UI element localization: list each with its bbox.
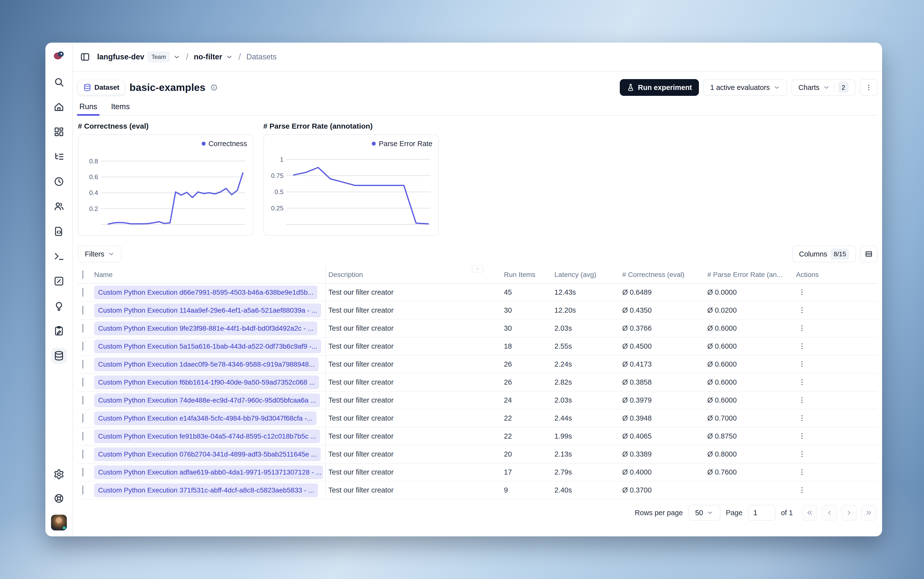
rows-per-page-select[interactable]: 50 — [688, 505, 720, 521]
user-avatar[interactable] — [51, 515, 67, 530]
sidebar-item-prompts[interactable] — [51, 224, 67, 239]
charts-button[interactable]: Charts 2 — [791, 79, 855, 96]
sidebar-item-sessions[interactable] — [51, 174, 67, 190]
sidebar-item-support[interactable] — [51, 491, 67, 506]
org-switcher-chevron-icon[interactable] — [173, 53, 180, 61]
run-name-link[interactable]: Custom Python Execution 076b2704-341d-48… — [94, 447, 321, 461]
run-name-link[interactable]: Custom Python Execution 1daec0f9-5e78-43… — [94, 358, 318, 371]
run-name-link[interactable]: Custom Python Execution e14fa348-5cfc-49… — [94, 411, 316, 425]
sidebar-item-tracing[interactable] — [51, 149, 67, 165]
table-row[interactable]: Custom Python Execution fe91b83e-04a5-47… — [78, 427, 878, 445]
evaluators-button[interactable]: 1 active evaluators — [703, 79, 787, 96]
more-actions-button[interactable] — [860, 79, 878, 96]
run-description: Test our filter creator — [326, 342, 501, 350]
tab-runs[interactable]: Runs — [78, 100, 98, 115]
breadcrumb-section[interactable]: Datasets — [246, 52, 276, 61]
run-name-link[interactable]: Custom Python Execution 9fe23f98-881e-44… — [94, 322, 317, 335]
table-row[interactable]: Custom Python Execution 1daec0f9-5e78-43… — [78, 355, 878, 373]
sidebar-item-evaluation[interactable] — [51, 273, 67, 289]
row-actions-button[interactable] — [796, 412, 808, 424]
sidebar-item-datasets[interactable] — [51, 348, 67, 364]
column-header-run-items[interactable]: Run Items — [501, 271, 552, 279]
correctness-value: Ø 0.6489 — [620, 288, 705, 296]
sidebar-item-dashboards[interactable] — [51, 124, 67, 140]
table-row[interactable]: Custom Python Execution 076b2704-341d-48… — [78, 445, 878, 463]
correctness-value: Ø 0.3389 — [620, 450, 705, 458]
column-header-parse-error[interactable]: # Parse Error Rate (an... — [705, 271, 794, 279]
table-row[interactable]: Custom Python Execution f6bb1614-1f90-40… — [78, 373, 878, 391]
row-checkbox[interactable] — [82, 324, 84, 333]
run-name-link[interactable]: Custom Python Execution 74de488e-ec9d-47… — [94, 394, 320, 407]
run-name-link[interactable]: Custom Python Execution 5a15a616-1bab-44… — [94, 340, 321, 353]
sidebar-item-annotation[interactable] — [51, 323, 67, 339]
run-name-link[interactable]: Custom Python Execution f6bb1614-1f90-40… — [94, 376, 319, 389]
tab-items[interactable]: Items — [110, 100, 131, 115]
run-experiment-button[interactable]: Run experiment — [620, 79, 699, 96]
filters-button[interactable]: Filters — [78, 245, 121, 262]
row-actions-button[interactable] — [796, 448, 808, 460]
sidebar-item-users[interactable] — [51, 199, 67, 214]
sidebar-item-search[interactable] — [51, 74, 67, 90]
first-page-button[interactable] — [802, 505, 818, 521]
table-row[interactable]: Custom Python Execution 114aa9ef-29e6-4e… — [78, 302, 878, 319]
run-name-link[interactable]: Custom Python Execution 114aa9ef-29e6-4e… — [94, 304, 321, 317]
columns-button[interactable]: Columns 8/15 — [792, 245, 856, 262]
sidebar-item-settings[interactable] — [51, 466, 67, 482]
breadcrumb-org[interactable]: langfuse-dev — [97, 52, 144, 61]
row-checkbox[interactable] — [82, 468, 84, 476]
row-checkbox[interactable] — [82, 450, 84, 458]
run-name-link[interactable]: Custom Python Execution d66e7991-8595-45… — [94, 286, 317, 299]
column-header-name[interactable]: Name — [92, 267, 326, 283]
row-actions-button[interactable] — [796, 430, 808, 442]
run-name-link[interactable]: Custom Python Execution adfae619-abb0-4d… — [94, 465, 323, 479]
next-page-button[interactable] — [841, 505, 857, 521]
rows-icon — [865, 250, 873, 258]
row-actions-button[interactable] — [796, 484, 808, 496]
resize-handle[interactable] — [472, 265, 483, 273]
table-row[interactable]: Custom Python Execution 74de488e-ec9d-47… — [78, 391, 878, 409]
table-row[interactable]: Custom Python Execution e14fa348-5cfc-49… — [78, 409, 878, 427]
row-actions-button[interactable] — [796, 376, 808, 388]
select-all-checkbox[interactable] — [82, 270, 84, 279]
prev-page-button[interactable] — [821, 505, 837, 521]
row-actions-button[interactable] — [796, 466, 808, 478]
column-header-latency[interactable]: Latency (avg) — [552, 271, 620, 279]
row-checkbox[interactable] — [82, 414, 84, 422]
sidebar-item-playground[interactable] — [51, 249, 67, 264]
row-checkbox[interactable] — [82, 360, 84, 369]
sidebar-item-insights[interactable] — [51, 298, 67, 314]
sidebar-nav — [51, 74, 67, 364]
row-checkbox[interactable] — [82, 288, 84, 297]
table-row[interactable]: Custom Python Execution 371f531c-abff-4d… — [78, 481, 878, 499]
row-checkbox[interactable] — [82, 432, 84, 440]
run-name-link[interactable]: Custom Python Execution 371f531c-abff-4d… — [94, 483, 318, 497]
parse-error-value: Ø 0.0000 — [705, 288, 794, 296]
column-header-correctness[interactable]: # Correctness (eval) — [620, 271, 705, 279]
last-page-button[interactable] — [861, 505, 876, 521]
row-checkbox[interactable] — [82, 486, 84, 494]
table-row[interactable]: Custom Python Execution adfae619-abb0-4d… — [78, 463, 878, 481]
row-actions-button[interactable] — [796, 358, 808, 370]
row-actions-button[interactable] — [796, 304, 808, 316]
row-height-button[interactable] — [860, 245, 878, 262]
table-row[interactable]: Custom Python Execution d66e7991-8595-45… — [78, 284, 878, 302]
page-input[interactable]: 1 — [748, 505, 776, 521]
row-actions-button[interactable] — [796, 394, 808, 406]
table-row[interactable]: Custom Python Execution 5a15a616-1bab-44… — [78, 337, 878, 355]
sidebar-toggle-button[interactable] — [80, 52, 90, 62]
row-checkbox[interactable] — [82, 342, 84, 351]
run-items-value: 22 — [501, 432, 552, 440]
row-actions-button[interactable] — [796, 340, 808, 352]
table-row[interactable]: Custom Python Execution 9fe23f98-881e-44… — [78, 319, 878, 337]
latency-value: 12.20s — [552, 306, 620, 314]
row-checkbox[interactable] — [82, 306, 84, 315]
info-icon[interactable] — [210, 84, 218, 91]
breadcrumb-project[interactable]: no-filter — [194, 52, 222, 61]
row-checkbox[interactable] — [82, 378, 84, 387]
project-switcher-chevron-icon[interactable] — [226, 53, 233, 61]
run-name-link[interactable]: Custom Python Execution fe91b83e-04a5-47… — [94, 429, 320, 443]
row-actions-button[interactable] — [796, 286, 808, 298]
sidebar-item-home[interactable] — [51, 99, 67, 115]
row-checkbox[interactable] — [82, 396, 84, 404]
row-actions-button[interactable] — [796, 322, 808, 334]
